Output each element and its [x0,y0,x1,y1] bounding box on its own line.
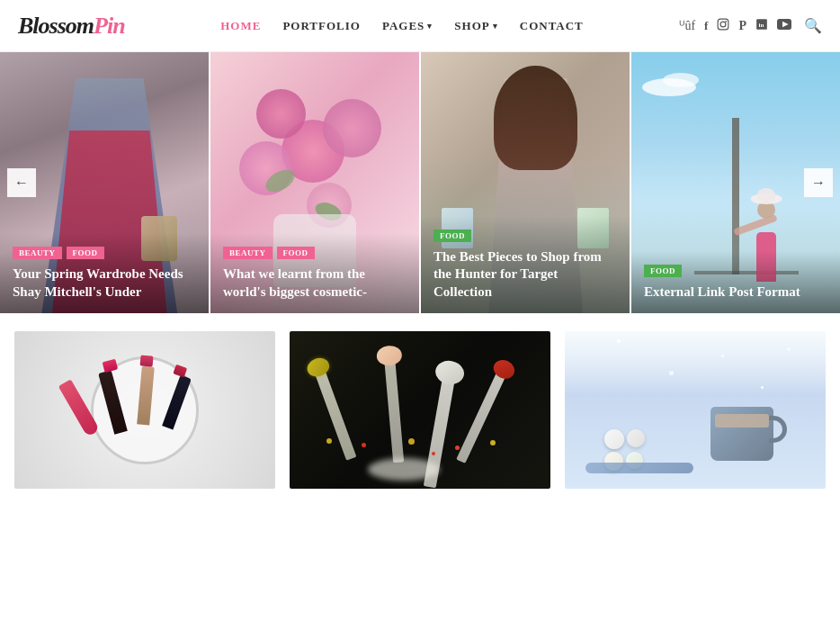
slider-next-btn[interactable]: → [804,168,833,197]
nav-item-home[interactable]: HOME [220,19,261,33]
card-3[interactable] [565,331,826,489]
facebook-icon[interactable]: ᵁûf [679,18,695,33]
nav-item-contact[interactable]: CONTACT [520,19,584,33]
svg-point-1 [721,22,727,27]
nav-item-pages[interactable]: PAGES ▾ [382,19,433,33]
slide4-tag-food[interactable]: FOOD [644,265,682,277]
main-nav: HOME PORTFOLIO PAGES ▾ SHOP ▾ CONTACT [220,19,584,33]
svg-point-2 [726,20,728,22]
nav-item-portfolio[interactable]: PORTFOLIO [282,19,361,33]
slide2-tag-beauty[interactable]: BEAUTY [223,247,273,259]
slide2-title: What we learnt from the world's biggest … [223,266,407,301]
youtube-icon[interactable] [777,18,791,34]
nav-item-shop[interactable]: SHOP ▾ [454,19,497,33]
pinterest-icon[interactable]: P [738,19,746,33]
search-icon[interactable]: 🔍 [804,17,822,34]
header: BlossomPin HOME PORTFOLIO PAGES ▾ SHOP ▾… [0,0,840,52]
slide1-title: Your Spring Wardrobe Needs Shay Mitchell… [13,266,196,301]
logo-pink: Pin [94,13,125,39]
shop-dropdown-icon: ▾ [493,22,498,31]
slide3-tag-food[interactable]: FOOD [433,230,471,242]
facebook-icon[interactable]: f [704,19,708,33]
nav-right: ᵁûf f P in 🔍 [679,17,822,34]
slider-section: BEAUTY FOOD Your Spring Wardrobe Needs S… [0,52,840,313]
card-2[interactable] [290,331,550,489]
pages-dropdown-icon: ▾ [427,22,433,31]
instagram-icon[interactable] [717,18,729,34]
slide4-title: External Link Post Format [644,284,827,302]
slide1-tag-food[interactable]: FOOD [67,247,104,259]
slide-4: FOOD External Link Post Format → [631,52,840,313]
logo-black: Blossom [18,13,94,39]
linkedin-icon[interactable]: in [755,18,768,34]
slide1-tag-beauty[interactable]: BEAUTY [13,247,62,259]
svg-rect-0 [719,19,729,30]
cards-section [0,313,840,507]
logo: BlossomPin [18,13,125,40]
svg-text:in: in [758,21,764,28]
slide2-tag-food[interactable]: FOOD [277,247,315,259]
card-1[interactable] [14,331,275,489]
slide-2: BEAUTY FOOD What we learnt from the worl… [210,52,421,313]
slider-prev-btn[interactable]: ← [7,168,36,197]
slide-3: FOOD The Best Pieces to Shop from the Hu… [421,52,631,313]
slide3-title: The Best Pieces to Shop from the Hunter … [433,248,617,302]
slide-1: BEAUTY FOOD Your Spring Wardrobe Needs S… [0,52,210,313]
